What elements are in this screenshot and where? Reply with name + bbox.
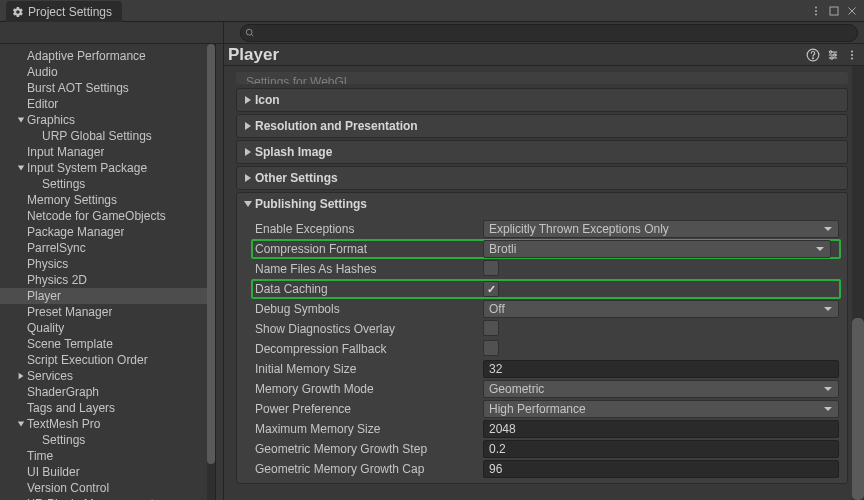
label-geometric-memory-growth-cap: Geometric Memory Growth Cap — [253, 462, 483, 476]
kebab-menu-icon[interactable] — [846, 48, 858, 62]
svg-marker-9 — [18, 166, 24, 171]
sidebar-item-label: ParrelSync — [27, 241, 86, 255]
sidebar-item-graphics[interactable]: Graphics — [0, 112, 215, 128]
sidebar-item-audio[interactable]: Audio — [0, 64, 215, 80]
svg-point-21 — [851, 50, 853, 52]
help-icon[interactable] — [806, 48, 820, 62]
svg-point-1 — [815, 10, 817, 12]
sidebar-item-services[interactable]: Services — [0, 368, 215, 384]
titlebar: Project Settings — [0, 0, 864, 22]
section-title: Resolution and Presentation — [255, 119, 418, 133]
sidebar-item-shadergraph[interactable]: ShaderGraph — [0, 384, 215, 400]
sidebar-item-urp-global-settings[interactable]: URP Global Settings — [0, 128, 215, 144]
chevron-down-icon[interactable] — [15, 116, 27, 124]
sidebar-item-label: Memory Settings — [27, 193, 117, 207]
sidebar-item-label: Burst AOT Settings — [27, 81, 129, 95]
svg-marker-11 — [18, 422, 24, 427]
gear-icon — [12, 6, 24, 18]
row-initial-memory-size: Initial Memory Size 32 — [253, 359, 847, 379]
chevron-right-icon — [243, 147, 253, 157]
sidebar-item-label: Quality — [27, 321, 64, 335]
svg-marker-8 — [18, 118, 24, 123]
row-memory-growth-mode: Memory Growth Mode Geometric — [253, 379, 847, 399]
sidebar-item-burst-aot-settings[interactable]: Burst AOT Settings — [0, 80, 215, 96]
sidebar-item-preset-manager[interactable]: Preset Manager — [0, 304, 215, 320]
sidebar-scrollbar[interactable] — [207, 44, 215, 500]
dropdown-enable-exceptions[interactable]: Explicitly Thrown Exceptions Only — [483, 220, 839, 238]
checkbox-data-caching[interactable] — [483, 281, 499, 297]
preset-icon[interactable] — [826, 48, 840, 62]
sidebar-item-label: Time — [27, 449, 53, 463]
sidebar-item-version-control[interactable]: Version Control — [0, 480, 215, 496]
chevron-right-icon[interactable] — [15, 372, 27, 380]
sidebar-item-parrelsync[interactable]: ParrelSync — [0, 240, 215, 256]
section-resolution-and-presentation: Resolution and Presentation — [236, 114, 848, 138]
section-header-splash-image[interactable]: Splash Image — [237, 141, 847, 163]
sidebar-item-time[interactable]: Time — [0, 448, 215, 464]
row-geometric-memory-growth-step: Geometric Memory Growth Step 0.2 — [253, 439, 847, 459]
sidebar-item-xr-plugin-management[interactable]: XR Plugin Management — [0, 496, 215, 500]
section-header-other-settings[interactable]: Other Settings — [237, 167, 847, 189]
sidebar-item-player[interactable]: Player — [0, 288, 215, 304]
chevron-right-icon — [243, 95, 253, 105]
checkbox-decompression-fallback[interactable] — [483, 340, 499, 356]
window-tab[interactable]: Project Settings — [6, 1, 122, 23]
input-geometric-memory-growth-cap[interactable]: 96 — [483, 460, 839, 478]
sidebar-item-ui-builder[interactable]: UI Builder — [0, 464, 215, 480]
sidebar-item-label: Graphics — [27, 113, 75, 127]
dropdown-compression-format[interactable]: Brotli — [483, 240, 831, 258]
svg-marker-25 — [245, 122, 251, 130]
row-maximum-memory-size: Maximum Memory Size 2048 — [253, 419, 847, 439]
dropdown-debug-symbols[interactable]: Off — [483, 300, 839, 318]
section-header-publishing-settings[interactable]: Publishing Settings — [237, 193, 847, 215]
sidebar-item-label: TextMesh Pro — [27, 417, 100, 431]
input-initial-memory-size[interactable]: 32 — [483, 360, 839, 378]
sidebar-item-textmesh-pro[interactable]: TextMesh Pro — [0, 416, 215, 432]
sidebar-item-adaptive-performance[interactable]: Adaptive Performance — [0, 48, 215, 64]
dropdown-memory-growth-mode[interactable]: Geometric — [483, 380, 839, 398]
label-show-diagnostics-overlay: Show Diagnostics Overlay — [253, 322, 483, 336]
chevron-down-icon[interactable] — [15, 164, 27, 172]
sidebar-item-package-manager[interactable]: Package Manager — [0, 224, 215, 240]
section-header-icon[interactable]: Icon — [237, 89, 847, 111]
section-title: Publishing Settings — [255, 197, 367, 211]
label-maximum-memory-size: Maximum Memory Size — [253, 422, 483, 436]
input-maximum-memory-size[interactable]: 2048 — [483, 420, 839, 438]
sidebar-item-label: UI Builder — [27, 465, 80, 479]
main-scrollbar[interactable] — [852, 66, 864, 500]
checkbox-name-files-as-hashes[interactable] — [483, 260, 499, 276]
sidebar-item-label: Player — [27, 289, 61, 303]
label-data-caching: Data Caching — [253, 282, 483, 296]
sidebar-item-settings[interactable]: Settings — [0, 176, 215, 192]
sidebar-item-input-manager[interactable]: Input Manager — [0, 144, 215, 160]
dropdown-power-preference[interactable]: High Performance — [483, 400, 839, 418]
sidebar-item-label: Scene Template — [27, 337, 113, 351]
sidebar-item-scene-template[interactable]: Scene Template — [0, 336, 215, 352]
maximize-icon[interactable] — [828, 5, 840, 17]
section-splash-image: Splash Image — [236, 140, 848, 164]
sidebar-item-netcode-for-gameobjects[interactable]: Netcode for GameObjects — [0, 208, 215, 224]
section-header-resolution-and-presentation[interactable]: Resolution and Presentation — [237, 115, 847, 137]
close-icon[interactable] — [846, 5, 858, 17]
sidebar-item-editor[interactable]: Editor — [0, 96, 215, 112]
sidebar-item-tags-and-layers[interactable]: Tags and Layers — [0, 400, 215, 416]
split-handle[interactable] — [216, 44, 224, 500]
svg-point-0 — [815, 6, 817, 8]
svg-rect-3 — [830, 7, 838, 15]
sidebar-item-settings[interactable]: Settings — [0, 432, 215, 448]
sidebar-item-script-execution-order[interactable]: Script Execution Order — [0, 352, 215, 368]
sidebar-item-physics-2d[interactable]: Physics 2D — [0, 272, 215, 288]
label-geometric-memory-growth-step: Geometric Memory Growth Step — [253, 442, 483, 456]
search-input[interactable] — [240, 24, 858, 42]
sidebar-item-input-system-package[interactable]: Input System Package — [0, 160, 215, 176]
kebab-menu-icon[interactable] — [810, 5, 822, 17]
row-enable-exceptions: Enable Exceptions Explicitly Thrown Exce… — [253, 219, 847, 239]
sidebar-item-quality[interactable]: Quality — [0, 320, 215, 336]
page-title: Player — [228, 45, 279, 65]
input-geometric-memory-growth-step[interactable]: 0.2 — [483, 440, 839, 458]
checkbox-show-diagnostics-overlay[interactable] — [483, 320, 499, 336]
sidebar-item-memory-settings[interactable]: Memory Settings — [0, 192, 215, 208]
svg-point-18 — [830, 50, 832, 52]
chevron-down-icon[interactable] — [15, 420, 27, 428]
sidebar-item-physics[interactable]: Physics — [0, 256, 215, 272]
